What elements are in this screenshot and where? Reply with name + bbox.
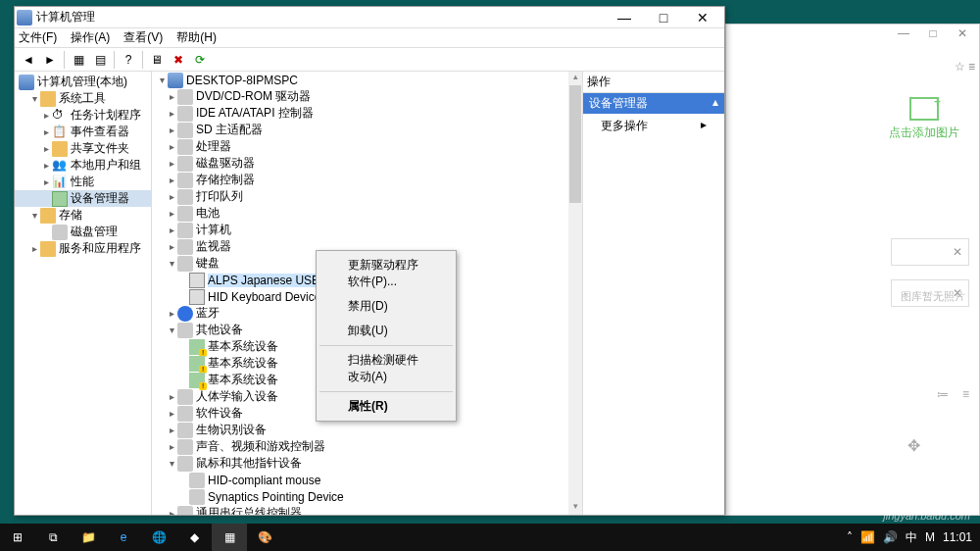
- back-button[interactable]: ◄: [19, 50, 38, 70]
- scroll-down-icon[interactable]: ▾: [568, 501, 582, 515]
- tree-system-tools[interactable]: ▾系统工具: [15, 90, 151, 107]
- folder-icon: [40, 241, 56, 257]
- device-mouse[interactable]: Synaptics Pointing Device: [152, 488, 582, 505]
- tree-shared-folders[interactable]: ▸共享文件夹: [15, 140, 151, 157]
- ime-chinese-icon[interactable]: 中: [906, 529, 917, 546]
- titlebar[interactable]: 计算机管理 — □ ✕: [15, 7, 724, 28]
- ctx-disable[interactable]: 禁用(D): [318, 294, 454, 319]
- device-category[interactable]: ▸计算机: [152, 222, 582, 238]
- device-category[interactable]: ▸磁盘驱动器: [152, 155, 582, 172]
- task-view-button[interactable]: ⧉: [35, 524, 71, 551]
- app-icon-1[interactable]: ◆: [176, 524, 212, 551]
- chrome-icon[interactable]: 🌐: [141, 524, 176, 551]
- add-image-dropzone[interactable]: 点击添加图片: [889, 97, 959, 141]
- context-menu: 更新驱动程序软件(P)... 禁用(D) 卸载(U) 扫描检测硬件改动(A) 属…: [316, 250, 457, 422]
- device-icon: [177, 89, 193, 105]
- wifi-icon[interactable]: 📶: [860, 530, 875, 544]
- uninstall-button[interactable]: ✖: [169, 50, 188, 70]
- device-icon: [177, 156, 193, 172]
- device-category[interactable]: ▸IDE ATA/ATAPI 控制器: [152, 105, 582, 122]
- ime-mode-icon[interactable]: M: [925, 530, 935, 544]
- ctx-update-driver[interactable]: 更新驱动程序软件(P)...: [318, 253, 454, 294]
- device-icon: [177, 223, 193, 238]
- show-hide-tree-button[interactable]: ▦: [69, 50, 88, 70]
- device-category[interactable]: ▸电池: [152, 205, 582, 222]
- actions-more[interactable]: 更多操作▸: [583, 114, 724, 138]
- help-button[interactable]: ?: [119, 50, 138, 70]
- device-manager-icon: [52, 191, 68, 207]
- mmc-taskbar-icon[interactable]: ▦: [212, 524, 247, 551]
- actions-pane: 操作 设备管理器▴ 更多操作▸: [583, 72, 724, 515]
- device-icon: [189, 473, 205, 488]
- browser-maximize[interactable]: □: [918, 26, 948, 44]
- window-controls: — □ ✕: [605, 7, 722, 28]
- tree-event-viewer[interactable]: ▸📋事件查看器: [15, 124, 151, 140]
- edge-icon[interactable]: e: [106, 524, 141, 551]
- ctx-uninstall[interactable]: 卸载(U): [318, 319, 454, 343]
- device-category[interactable]: ▸存储控制器: [152, 172, 582, 188]
- actions-header: 操作: [583, 72, 724, 93]
- device-category[interactable]: ▸处理器: [152, 138, 582, 155]
- bookmark-star-icon[interactable]: ☆ ≡: [955, 60, 975, 74]
- tree-services[interactable]: ▸服务和应用程序: [15, 240, 151, 257]
- menu-help[interactable]: 帮助(H): [176, 29, 217, 46]
- system-tray[interactable]: ˄ 📶 🔊 中 M 11:01: [847, 529, 980, 546]
- start-button[interactable]: ⊞: [0, 524, 35, 551]
- tree-storage[interactable]: ▾存储: [15, 207, 151, 224]
- maximize-button[interactable]: □: [644, 7, 683, 28]
- scrollbar-thumb[interactable]: [569, 85, 581, 203]
- perf-icon: 📊: [52, 175, 68, 190]
- actions-selected[interactable]: 设备管理器▴: [583, 93, 724, 114]
- device-icon: [177, 106, 193, 122]
- numbered-list-icon[interactable]: ≔: [937, 387, 949, 401]
- watermark: Baidu 经验 jingyan.baidu.com: [883, 493, 970, 522]
- computer-icon: [168, 73, 183, 88]
- minimize-button[interactable]: —: [605, 7, 644, 28]
- forward-button[interactable]: ►: [40, 50, 60, 70]
- device-category[interactable]: ▸声音、视频和游戏控制器: [152, 438, 582, 455]
- browser-minimize[interactable]: —: [889, 26, 918, 44]
- device-icon: [177, 206, 193, 222]
- computer-icon: [19, 75, 34, 90]
- tree-disk-mgmt[interactable]: 磁盘管理: [15, 224, 151, 240]
- device-category[interactable]: ▾鼠标和其他指针设备: [152, 455, 582, 472]
- browser-close[interactable]: ✕: [948, 26, 977, 44]
- tray-up-icon[interactable]: ˄: [847, 530, 853, 544]
- device-category[interactable]: ▸SD 主适配器: [152, 122, 582, 138]
- menu-view[interactable]: 查看(V): [123, 29, 163, 46]
- ctx-scan-hardware[interactable]: 扫描检测硬件改动(A): [318, 348, 454, 389]
- input-field-1[interactable]: ✕: [891, 238, 969, 266]
- close-button[interactable]: ✕: [683, 7, 722, 28]
- device-root[interactable]: ▾DESKTOP-8IPMSPC: [152, 72, 582, 88]
- collapse-icon[interactable]: ▴: [712, 95, 718, 112]
- scan-button[interactable]: 🖥: [147, 50, 167, 70]
- device-mouse[interactable]: HID-compliant mouse: [152, 472, 582, 488]
- menu-action[interactable]: 操作(A): [71, 29, 110, 46]
- device-icon: [189, 356, 205, 372]
- scrollbar[interactable]: ▴ ▾: [568, 72, 582, 515]
- device-category[interactable]: ▸生物识别设备: [152, 422, 582, 438]
- delete-icon[interactable]: ✕: [953, 245, 962, 259]
- menu-file[interactable]: 文件(F): [19, 29, 57, 46]
- tree-task-scheduler[interactable]: ▸⏱任务计划程序: [15, 107, 151, 124]
- ctx-properties[interactable]: 属性(R): [318, 394, 454, 419]
- refresh-button[interactable]: ⟳: [190, 50, 210, 70]
- console-tree[interactable]: 计算机管理(本地) ▾系统工具 ▸⏱任务计划程序 ▸📋事件查看器 ▸共享文件夹 …: [15, 72, 152, 515]
- tree-root[interactable]: 计算机管理(本地): [15, 74, 151, 90]
- device-icon: [177, 406, 193, 422]
- volume-icon[interactable]: 🔊: [883, 530, 898, 544]
- clock[interactable]: 11:01: [943, 530, 972, 544]
- bullet-list-icon[interactable]: ≡: [962, 387, 969, 401]
- device-category[interactable]: ▸打印队列: [152, 188, 582, 205]
- tree-local-users[interactable]: ▸👥本地用户和组: [15, 157, 151, 174]
- device-category[interactable]: ▸通用串行总线控制器: [152, 505, 582, 515]
- move-handle-icon[interactable]: ✥: [907, 436, 920, 455]
- taskbar[interactable]: ⊞ ⧉ 📁 e 🌐 ◆ ▦ 🎨 ˄ 📶 🔊 中 M 11:01: [0, 524, 980, 551]
- scroll-up-icon[interactable]: ▴: [568, 72, 582, 85]
- tree-device-manager[interactable]: 设备管理器: [15, 190, 151, 207]
- properties-button[interactable]: ▤: [90, 50, 110, 70]
- explorer-icon[interactable]: 📁: [71, 524, 106, 551]
- paint-icon[interactable]: 🎨: [247, 524, 282, 551]
- tree-performance[interactable]: ▸📊性能: [15, 174, 151, 190]
- device-category[interactable]: ▸DVD/CD-ROM 驱动器: [152, 88, 582, 105]
